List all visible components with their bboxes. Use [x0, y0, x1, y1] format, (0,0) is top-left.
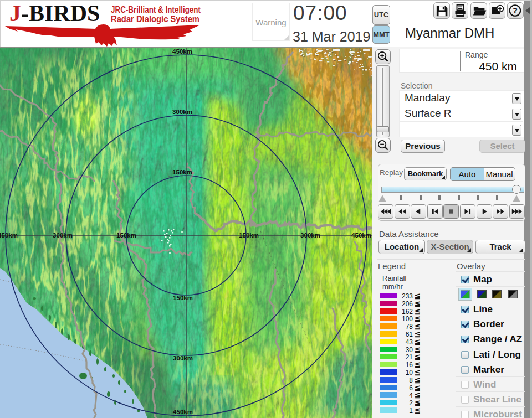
svg-text:300km: 300km [172, 109, 192, 115]
svg-text:300km: 300km [173, 355, 193, 362]
svg-text:300km: 300km [300, 232, 320, 239]
svg-text:Radar Dialogic System: Radar Dialogic System [111, 14, 200, 24]
svg-text:450km: 450km [0, 232, 18, 239]
svg-text:150km: 150km [173, 295, 193, 301]
svg-text:450km: 450km [172, 48, 192, 55]
svg-text:450km: 450km [173, 409, 193, 415]
svg-text:150km: 150km [172, 169, 192, 176]
svg-text:150km: 150km [116, 232, 136, 239]
svg-text:450km: 450km [351, 232, 371, 239]
svg-text:300km: 300km [53, 232, 73, 239]
svg-text:150km: 150km [239, 232, 259, 239]
svg-text:JRC-Brilliant & Intelligent: JRC-Brilliant & Intelligent [111, 5, 201, 14]
svg-text:J-BIRDS: J-BIRDS [9, 1, 100, 26]
svg-text:?: ? [513, 6, 518, 15]
